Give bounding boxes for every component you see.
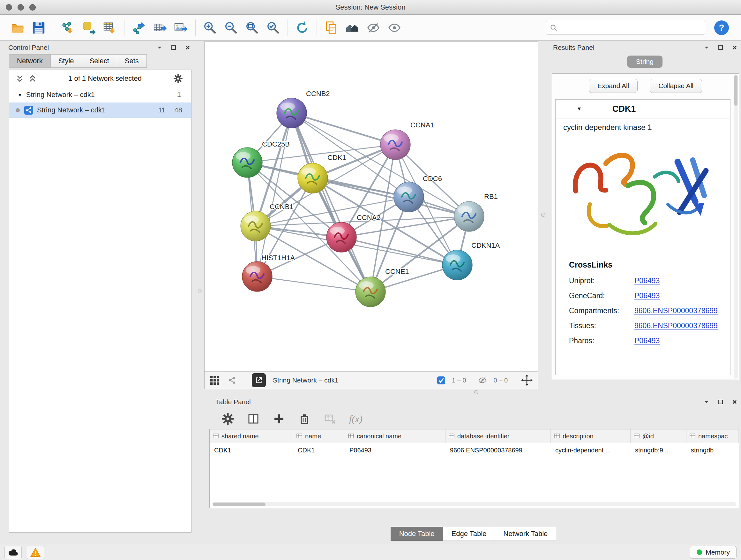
- tab-network-table[interactable]: Network Table: [495, 527, 556, 541]
- crosslink-link[interactable]: P06493: [634, 276, 660, 285]
- export-network-button[interactable]: [130, 18, 148, 37]
- float-panel-icon[interactable]: [718, 399, 724, 405]
- warnings-button[interactable]: [27, 546, 44, 559]
- add-column-button[interactable]: [273, 413, 285, 425]
- table-cell[interactable]: CDK1: [210, 443, 293, 457]
- help-button[interactable]: ?: [714, 20, 729, 35]
- graph-node-cdk1[interactable]: CDK1: [298, 153, 346, 193]
- zoom-out-button[interactable]: [222, 18, 240, 37]
- graph-node-cdc6[interactable]: CDC6: [394, 175, 442, 212]
- selection-checkbox-icon[interactable]: [437, 376, 446, 385]
- save-session-button[interactable]: [29, 18, 48, 37]
- delete-column-button[interactable]: [298, 413, 311, 425]
- results-scrollbar[interactable]: [734, 75, 738, 379]
- zoom-fit-button[interactable]: [243, 18, 261, 37]
- pan-move-icon[interactable]: [521, 374, 533, 386]
- panel-menu-icon[interactable]: [156, 44, 163, 51]
- table-cell[interactable]: stringdb:9...: [630, 443, 686, 457]
- tab-network[interactable]: Network: [9, 54, 51, 68]
- maximize-window-button[interactable]: [29, 4, 36, 10]
- collapse-triangle-icon[interactable]: ▼: [577, 106, 582, 112]
- minimize-window-button[interactable]: [17, 4, 24, 10]
- table-cell[interactable]: 9606.ENSP00000378699: [446, 443, 551, 457]
- memory-button[interactable]: Memory: [690, 546, 737, 559]
- table-cell[interactable]: stringdb: [686, 443, 739, 457]
- hidden-eye-slash-icon[interactable]: [478, 375, 487, 385]
- close-window-button[interactable]: [6, 4, 12, 10]
- apply-layout-button[interactable]: [293, 18, 312, 37]
- graph-node-ccne1[interactable]: CCNE1: [355, 267, 409, 307]
- zoom-selected-button[interactable]: [264, 18, 282, 37]
- tab-sets[interactable]: Sets: [117, 54, 147, 68]
- graph-edge[interactable]: [257, 276, 370, 292]
- table-cell[interactable]: CDK1: [293, 443, 345, 457]
- network-row-selected[interactable]: String Network – cdk1 11 48: [9, 103, 191, 118]
- cloud-status-button[interactable]: [4, 546, 22, 559]
- column-header--id[interactable]: @id: [630, 429, 686, 443]
- tab-string[interactable]: String: [627, 56, 663, 68]
- close-panel-icon[interactable]: [731, 44, 738, 51]
- home-button[interactable]: [343, 18, 361, 37]
- table-settings-button[interactable]: [221, 413, 234, 425]
- table-cell[interactable]: P06493: [345, 443, 446, 457]
- global-search-field[interactable]: [546, 21, 705, 35]
- graph-node-ccna1[interactable]: CCNA1: [381, 121, 434, 160]
- import-table-button[interactable]: [100, 18, 119, 37]
- crosslink-link[interactable]: 9606.ENSP00000378699: [634, 307, 718, 315]
- protein-card-header[interactable]: ▼ CDK1: [556, 100, 730, 118]
- bottom-splitter-handle[interactable]: [474, 390, 478, 394]
- function-builder-button[interactable]: f(x): [349, 414, 362, 424]
- expand-triangle-icon[interactable]: ▼: [17, 92, 22, 98]
- import-network-file-button[interactable]: [58, 18, 77, 37]
- graph-edge[interactable]: [292, 113, 395, 145]
- export-image-button[interactable]: [172, 18, 190, 37]
- show-columns-button[interactable]: [247, 413, 260, 425]
- collapse-all-button[interactable]: Collapse All: [650, 79, 702, 93]
- gear-icon[interactable]: [173, 74, 183, 83]
- float-panel-icon[interactable]: [171, 44, 177, 51]
- column-header-namespac[interactable]: namespac: [686, 429, 739, 443]
- expand-all-button[interactable]: Expand All: [589, 79, 637, 93]
- duplicate-network-button[interactable]: [322, 18, 340, 37]
- column-header-database-identifier[interactable]: database identifier: [446, 429, 551, 443]
- birds-eye-view-icon[interactable]: [210, 375, 220, 385]
- network-share-gray-icon[interactable]: [227, 375, 237, 385]
- crosslink-link[interactable]: P06493: [634, 292, 660, 300]
- tab-style[interactable]: Style: [51, 54, 82, 68]
- network-collection-row[interactable]: ▼ String Network – cdk1 1: [9, 87, 191, 103]
- graph-node-cdkn1a[interactable]: CDKN1A: [442, 241, 500, 280]
- float-panel-icon[interactable]: [718, 44, 724, 51]
- column-header-description[interactable]: description: [551, 429, 630, 443]
- crosslink-link[interactable]: P06493: [634, 336, 660, 345]
- export-table-button[interactable]: [151, 18, 169, 37]
- crosslink-link[interactable]: 9606.ENSP00000378699: [634, 321, 718, 330]
- left-splitter-handle[interactable]: [198, 289, 202, 293]
- search-input[interactable]: [561, 23, 701, 32]
- table-horizontal-scrollbar[interactable]: [212, 502, 736, 506]
- panel-menu-icon[interactable]: [703, 44, 710, 51]
- zoom-in-button[interactable]: [201, 18, 219, 37]
- column-header-shared-name[interactable]: shared name: [210, 429, 293, 443]
- delete-table-button[interactable]: [324, 413, 336, 425]
- graph-edge[interactable]: [292, 113, 370, 292]
- panel-menu-icon[interactable]: [703, 399, 710, 405]
- right-splitter-handle[interactable]: [541, 212, 545, 217]
- tab-select[interactable]: Select: [82, 54, 117, 68]
- graph-node-ccnb1[interactable]: CCNB1: [241, 203, 293, 241]
- column-header-name[interactable]: name: [293, 429, 345, 443]
- column-header-canonical-name[interactable]: canonical name: [345, 429, 446, 443]
- graph-edge[interactable]: [257, 113, 292, 276]
- show-details-button[interactable]: [385, 18, 404, 37]
- tab-edge-table[interactable]: Edge Table: [443, 527, 495, 541]
- open-in-new-window-button[interactable]: [252, 373, 266, 387]
- close-panel-icon[interactable]: [185, 44, 191, 51]
- table-row[interactable]: CDK1CDK1P064939606.ENSP00000378699cyclin…: [210, 443, 739, 457]
- graph-node-rb1[interactable]: RB1: [454, 192, 498, 232]
- expand-all-icon[interactable]: [28, 74, 37, 83]
- hide-details-button[interactable]: [364, 18, 383, 37]
- open-session-button[interactable]: [8, 18, 27, 37]
- table-cell[interactable]: cyclin-dependent ...: [551, 443, 630, 457]
- import-network-database-button[interactable]: [79, 18, 98, 37]
- tab-node-table[interactable]: Node Table: [391, 527, 443, 541]
- collapse-all-icon[interactable]: [16, 74, 24, 83]
